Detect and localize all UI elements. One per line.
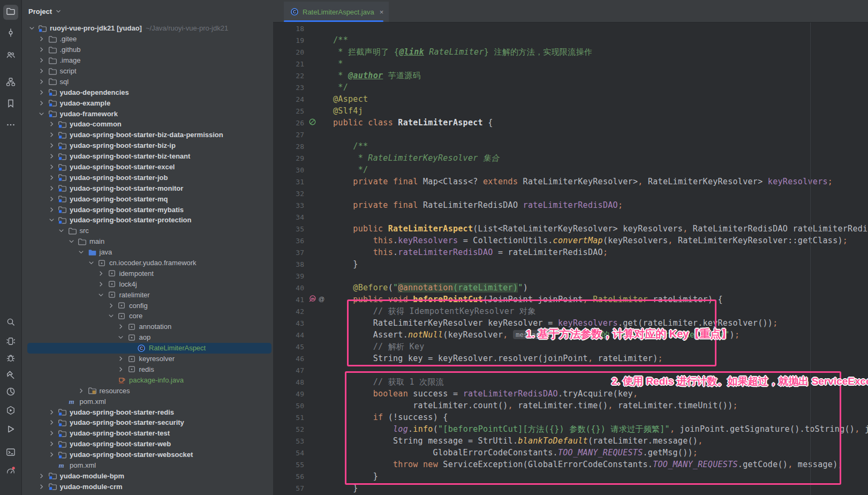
- tool-button-commit[interactable]: [3, 26, 18, 41]
- tree-item-config[interactable]: config: [22, 300, 273, 311]
- tree-item-yudao-example[interactable]: yudao-example: [22, 98, 273, 108]
- tab-ratelimiteraspect[interactable]: C RateLimiterAspect.java ×: [284, 2, 389, 22]
- tree-item-annotation[interactable]: annotation: [22, 321, 273, 332]
- chevron-right-icon[interactable]: [46, 205, 57, 214]
- tree-item-yudao-spring-boot-starter-websocket[interactable]: yudao-spring-boot-starter-websocket: [22, 449, 273, 460]
- code-editor-area[interactable]: 1819/**20 * 拦截声明了 {@link RateLimiter} 注解…: [273, 22, 868, 495]
- chevron-right-icon[interactable]: [116, 365, 126, 373]
- tree-item-main[interactable]: main: [22, 236, 273, 247]
- chevron-right-icon[interactable]: [96, 269, 107, 278]
- tree-item-yudao-spring-boot-starter-excel[interactable]: yudao-spring-boot-starter-excel: [22, 162, 273, 172]
- tree-item-yudao-module-crm[interactable]: yudao-module-crm: [22, 481, 273, 492]
- chevron-right-icon[interactable]: [36, 99, 47, 107]
- tool-button-search[interactable]: [3, 316, 18, 331]
- tree-item-pom-xml[interactable]: mpom.xml: [22, 460, 273, 471]
- chevron-down-icon[interactable]: [116, 333, 126, 342]
- tool-button-project-folder[interactable]: [3, 5, 18, 20]
- tool-button-structure[interactable]: [3, 76, 18, 91]
- chevron-right-icon[interactable]: [36, 88, 47, 96]
- close-icon[interactable]: ×: [380, 8, 384, 16]
- tree-item-yudao-module-bpm[interactable]: yudao-module-bpm: [22, 470, 273, 481]
- chevron-right-icon[interactable]: [46, 194, 57, 203]
- tree-item-yudao-spring-boot-starter-job[interactable]: yudao-spring-boot-starter-job: [22, 172, 273, 183]
- chevron-down-icon[interactable]: [96, 290, 107, 299]
- tree-item-pom-xml[interactable]: mpom.xml: [22, 396, 273, 407]
- chevron-right-icon[interactable]: [46, 429, 57, 438]
- chevron-down-icon[interactable]: [66, 237, 77, 246]
- tree-item-yudao-spring-boot-starter-biz-tenant[interactable]: yudao-spring-boot-starter-biz-tenant: [22, 151, 273, 162]
- chevron-right-icon[interactable]: [76, 386, 87, 395]
- tree-item-core[interactable]: core: [22, 311, 273, 321]
- chevron-down-icon[interactable]: [56, 227, 67, 235]
- tree-item-script[interactable]: script: [22, 66, 273, 77]
- chevron-right-icon[interactable]: [46, 184, 57, 192]
- tool-button-build[interactable]: [3, 369, 18, 384]
- tree-item--github[interactable]: .github: [22, 44, 273, 55]
- tree-item-yudao-spring-boot-starter-monitor[interactable]: yudao-spring-boot-starter-monitor: [22, 183, 273, 193]
- project-panel-header[interactable]: Project: [22, 0, 273, 22]
- tool-button-terminal[interactable]: [3, 446, 18, 461]
- tool-button-box-arrows[interactable]: [3, 335, 18, 350]
- chevron-down-icon[interactable]: [46, 216, 57, 224]
- chevron-right-icon[interactable]: [46, 173, 57, 182]
- tool-button-bookmarks[interactable]: [3, 97, 18, 112]
- chevron-right-icon[interactable]: [36, 482, 47, 491]
- tree-item-aop[interactable]: aop: [22, 332, 273, 343]
- tree-item-redis[interactable]: redis: [22, 364, 273, 375]
- chevron-right-icon[interactable]: [36, 77, 47, 86]
- tree-item-sql[interactable]: sql: [22, 76, 273, 87]
- tree-item-resources[interactable]: resources: [22, 385, 273, 396]
- tool-button-run[interactable]: [3, 423, 18, 438]
- tree-item-yudao-spring-boot-starter-security[interactable]: yudao-spring-boot-starter-security: [22, 417, 273, 428]
- chevron-right-icon[interactable]: [36, 35, 47, 43]
- tree-item-cn-iocoder-yudao-framework[interactable]: cn.iocoder.yudao.framework: [22, 258, 273, 268]
- tree-item-idempotent[interactable]: idempotent: [22, 268, 273, 279]
- tree-item-lock4j[interactable]: lock4j: [22, 279, 273, 289]
- tree-item-ruoyi-vue-pro-jdk21-yudao-[interactable]: ruoyi-vue-pro-jdk21 [yudao]~/Java/ruoyi-…: [22, 23, 273, 34]
- chevron-down-icon[interactable]: [76, 248, 87, 257]
- tree-item-yudao-spring-boot-starter-protection[interactable]: yudao-spring-boot-starter-protection: [22, 215, 273, 226]
- chevron-right-icon[interactable]: [36, 56, 47, 65]
- tool-button-profiler[interactable]: [3, 385, 18, 400]
- chevron-right-icon[interactable]: [46, 451, 57, 459]
- chevron-right-icon[interactable]: [46, 152, 57, 161]
- tree-item-yudao-spring-boot-starter-test[interactable]: yudao-spring-boot-starter-test: [22, 428, 273, 439]
- annotated-method-icon[interactable]: @: [318, 295, 326, 305]
- chevron-down-icon[interactable]: [105, 312, 116, 320]
- aop-advice-icon[interactable]: m: [308, 295, 316, 305]
- chevron-right-icon[interactable]: [116, 322, 126, 331]
- tree-item--image[interactable]: .image: [22, 55, 273, 66]
- chevron-right-icon[interactable]: [46, 163, 57, 171]
- chevron-right-icon[interactable]: [36, 46, 47, 54]
- tree-item-yudao-spring-boot-starter-biz-ip[interactable]: yudao-spring-boot-starter-biz-ip: [22, 140, 273, 151]
- tree-item-yudao-spring-boot-starter-redis[interactable]: yudao-spring-boot-starter-redis: [22, 407, 273, 417]
- chevron-right-icon[interactable]: [46, 120, 57, 129]
- tool-button-more-tools[interactable]: [3, 118, 18, 133]
- chevron-right-icon[interactable]: [36, 67, 47, 76]
- chevron-right-icon[interactable]: [46, 131, 57, 139]
- tree-item-ratelimiter[interactable]: ratelimiter: [22, 289, 273, 300]
- tool-button-debug[interactable]: [3, 351, 18, 366]
- tree-item-yudao-spring-boot-starter-mq[interactable]: yudao-spring-boot-starter-mq: [22, 193, 273, 204]
- chevron-right-icon[interactable]: [105, 301, 116, 310]
- chevron-right-icon[interactable]: [96, 280, 107, 288]
- tree-item--gitee[interactable]: .gitee: [22, 34, 273, 44]
- tree-item-src[interactable]: src: [22, 226, 273, 236]
- tree-item-yudao-spring-boot-starter-web[interactable]: yudao-spring-boot-starter-web: [22, 439, 273, 449]
- chevron-down-icon[interactable]: [86, 259, 96, 267]
- tree-item-yudao-spring-boot-starter-biz-data-permission[interactable]: yudao-spring-boot-starter-biz-data-permi…: [22, 130, 273, 140]
- chevron-right-icon[interactable]: [116, 355, 126, 363]
- chevron-down-icon[interactable]: [36, 109, 47, 118]
- tree-item-yudao-common[interactable]: yudao-common: [22, 119, 273, 130]
- tree-item-java[interactable]: java: [22, 247, 273, 258]
- chevron-right-icon[interactable]: [46, 440, 57, 448]
- tool-button-services[interactable]: [3, 404, 18, 419]
- tree-item-yudao-framework[interactable]: yudao-framework: [22, 108, 273, 119]
- tree-item-yudao-dependencies[interactable]: yudao-dependencies: [22, 87, 273, 98]
- chevron-right-icon[interactable]: [46, 418, 57, 427]
- chevron-right-icon[interactable]: [46, 141, 57, 150]
- tool-button-notifications[interactable]: [3, 464, 18, 479]
- chevron-right-icon[interactable]: [36, 471, 47, 480]
- tree-item-package-info-java[interactable]: package-info.java: [22, 374, 273, 385]
- tool-button-pull-requests[interactable]: [3, 49, 18, 64]
